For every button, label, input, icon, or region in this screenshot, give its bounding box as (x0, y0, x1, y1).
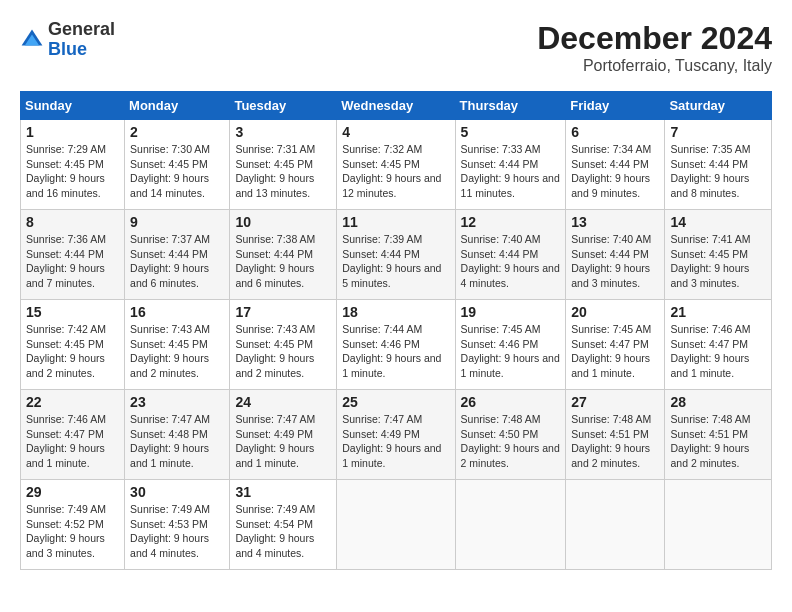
day-number: 25 (342, 394, 449, 410)
calendar-cell: 27 Sunrise: 7:48 AMSunset: 4:51 PMDaylig… (566, 390, 665, 480)
calendar-cell: 10 Sunrise: 7:38 AMSunset: 4:44 PMDaylig… (230, 210, 337, 300)
calendar-cell: 2 Sunrise: 7:30 AMSunset: 4:45 PMDayligh… (125, 120, 230, 210)
day-number: 6 (571, 124, 659, 140)
day-number: 5 (461, 124, 561, 140)
day-info: Sunrise: 7:48 AMSunset: 4:51 PMDaylight:… (670, 413, 750, 469)
day-info: Sunrise: 7:49 AMSunset: 4:54 PMDaylight:… (235, 503, 315, 559)
calendar-cell: 11 Sunrise: 7:39 AMSunset: 4:44 PMDaylig… (337, 210, 455, 300)
day-number: 31 (235, 484, 331, 500)
col-thursday: Thursday (455, 92, 566, 120)
day-info: Sunrise: 7:47 AMSunset: 4:49 PMDaylight:… (342, 413, 441, 469)
calendar-cell: 13 Sunrise: 7:40 AMSunset: 4:44 PMDaylig… (566, 210, 665, 300)
calendar-cell: 15 Sunrise: 7:42 AMSunset: 4:45 PMDaylig… (21, 300, 125, 390)
calendar-cell: 16 Sunrise: 7:43 AMSunset: 4:45 PMDaylig… (125, 300, 230, 390)
day-number: 12 (461, 214, 561, 230)
day-number: 30 (130, 484, 224, 500)
calendar-cell: 29 Sunrise: 7:49 AMSunset: 4:52 PMDaylig… (21, 480, 125, 570)
day-info: Sunrise: 7:33 AMSunset: 4:44 PMDaylight:… (461, 143, 560, 199)
day-number: 9 (130, 214, 224, 230)
day-number: 20 (571, 304, 659, 320)
day-info: Sunrise: 7:37 AMSunset: 4:44 PMDaylight:… (130, 233, 210, 289)
calendar-cell: 22 Sunrise: 7:46 AMSunset: 4:47 PMDaylig… (21, 390, 125, 480)
day-number: 1 (26, 124, 119, 140)
calendar-cell (665, 480, 772, 570)
day-info: Sunrise: 7:46 AMSunset: 4:47 PMDaylight:… (26, 413, 106, 469)
day-info: Sunrise: 7:47 AMSunset: 4:49 PMDaylight:… (235, 413, 315, 469)
calendar-cell: 14 Sunrise: 7:41 AMSunset: 4:45 PMDaylig… (665, 210, 772, 300)
day-info: Sunrise: 7:39 AMSunset: 4:44 PMDaylight:… (342, 233, 441, 289)
calendar-cell: 19 Sunrise: 7:45 AMSunset: 4:46 PMDaylig… (455, 300, 566, 390)
calendar-cell: 24 Sunrise: 7:47 AMSunset: 4:49 PMDaylig… (230, 390, 337, 480)
day-number: 23 (130, 394, 224, 410)
calendar-cell: 3 Sunrise: 7:31 AMSunset: 4:45 PMDayligh… (230, 120, 337, 210)
day-number: 14 (670, 214, 766, 230)
calendar-cell: 30 Sunrise: 7:49 AMSunset: 4:53 PMDaylig… (125, 480, 230, 570)
calendar-cell: 12 Sunrise: 7:40 AMSunset: 4:44 PMDaylig… (455, 210, 566, 300)
calendar-cell (455, 480, 566, 570)
calendar-cell: 26 Sunrise: 7:48 AMSunset: 4:50 PMDaylig… (455, 390, 566, 480)
calendar-cell: 18 Sunrise: 7:44 AMSunset: 4:46 PMDaylig… (337, 300, 455, 390)
day-info: Sunrise: 7:31 AMSunset: 4:45 PMDaylight:… (235, 143, 315, 199)
day-info: Sunrise: 7:38 AMSunset: 4:44 PMDaylight:… (235, 233, 315, 289)
day-number: 4 (342, 124, 449, 140)
day-info: Sunrise: 7:48 AMSunset: 4:50 PMDaylight:… (461, 413, 560, 469)
calendar-header-row: Sunday Monday Tuesday Wednesday Thursday… (21, 92, 772, 120)
day-info: Sunrise: 7:32 AMSunset: 4:45 PMDaylight:… (342, 143, 441, 199)
page-header: General Blue December 2024 Portoferraio,… (20, 20, 772, 75)
day-number: 27 (571, 394, 659, 410)
day-number: 26 (461, 394, 561, 410)
day-info: Sunrise: 7:48 AMSunset: 4:51 PMDaylight:… (571, 413, 651, 469)
day-number: 21 (670, 304, 766, 320)
calendar-cell: 31 Sunrise: 7:49 AMSunset: 4:54 PMDaylig… (230, 480, 337, 570)
calendar-week-row: 29 Sunrise: 7:49 AMSunset: 4:52 PMDaylig… (21, 480, 772, 570)
calendar-week-row: 15 Sunrise: 7:42 AMSunset: 4:45 PMDaylig… (21, 300, 772, 390)
day-number: 15 (26, 304, 119, 320)
day-info: Sunrise: 7:43 AMSunset: 4:45 PMDaylight:… (130, 323, 210, 379)
calendar-cell: 7 Sunrise: 7:35 AMSunset: 4:44 PMDayligh… (665, 120, 772, 210)
day-number: 16 (130, 304, 224, 320)
col-tuesday: Tuesday (230, 92, 337, 120)
day-info: Sunrise: 7:49 AMSunset: 4:53 PMDaylight:… (130, 503, 210, 559)
title-block: December 2024 Portoferraio, Tuscany, Ita… (537, 20, 772, 75)
calendar-cell: 25 Sunrise: 7:47 AMSunset: 4:49 PMDaylig… (337, 390, 455, 480)
day-info: Sunrise: 7:30 AMSunset: 4:45 PMDaylight:… (130, 143, 210, 199)
day-info: Sunrise: 7:43 AMSunset: 4:45 PMDaylight:… (235, 323, 315, 379)
day-number: 8 (26, 214, 119, 230)
day-number: 3 (235, 124, 331, 140)
logo-icon (20, 28, 44, 52)
day-number: 13 (571, 214, 659, 230)
col-sunday: Sunday (21, 92, 125, 120)
page-subtitle: Portoferraio, Tuscany, Italy (537, 57, 772, 75)
day-number: 7 (670, 124, 766, 140)
col-wednesday: Wednesday (337, 92, 455, 120)
day-info: Sunrise: 7:42 AMSunset: 4:45 PMDaylight:… (26, 323, 106, 379)
day-number: 11 (342, 214, 449, 230)
day-info: Sunrise: 7:41 AMSunset: 4:45 PMDaylight:… (670, 233, 750, 289)
day-number: 22 (26, 394, 119, 410)
day-info: Sunrise: 7:29 AMSunset: 4:45 PMDaylight:… (26, 143, 106, 199)
day-number: 17 (235, 304, 331, 320)
day-info: Sunrise: 7:47 AMSunset: 4:48 PMDaylight:… (130, 413, 210, 469)
calendar-cell (337, 480, 455, 570)
calendar-cell (566, 480, 665, 570)
day-number: 29 (26, 484, 119, 500)
day-info: Sunrise: 7:49 AMSunset: 4:52 PMDaylight:… (26, 503, 106, 559)
logo-general: General (48, 19, 115, 39)
calendar-cell: 28 Sunrise: 7:48 AMSunset: 4:51 PMDaylig… (665, 390, 772, 480)
day-info: Sunrise: 7:36 AMSunset: 4:44 PMDaylight:… (26, 233, 106, 289)
calendar-week-row: 1 Sunrise: 7:29 AMSunset: 4:45 PMDayligh… (21, 120, 772, 210)
calendar-cell: 9 Sunrise: 7:37 AMSunset: 4:44 PMDayligh… (125, 210, 230, 300)
day-info: Sunrise: 7:44 AMSunset: 4:46 PMDaylight:… (342, 323, 441, 379)
page-title: December 2024 (537, 20, 772, 57)
calendar-cell: 4 Sunrise: 7:32 AMSunset: 4:45 PMDayligh… (337, 120, 455, 210)
day-info: Sunrise: 7:35 AMSunset: 4:44 PMDaylight:… (670, 143, 750, 199)
day-info: Sunrise: 7:45 AMSunset: 4:47 PMDaylight:… (571, 323, 651, 379)
day-number: 10 (235, 214, 331, 230)
calendar-cell: 21 Sunrise: 7:46 AMSunset: 4:47 PMDaylig… (665, 300, 772, 390)
calendar-table: Sunday Monday Tuesday Wednesday Thursday… (20, 91, 772, 570)
col-monday: Monday (125, 92, 230, 120)
day-info: Sunrise: 7:46 AMSunset: 4:47 PMDaylight:… (670, 323, 750, 379)
calendar-cell: 5 Sunrise: 7:33 AMSunset: 4:44 PMDayligh… (455, 120, 566, 210)
calendar-cell: 17 Sunrise: 7:43 AMSunset: 4:45 PMDaylig… (230, 300, 337, 390)
logo: General Blue (20, 20, 115, 60)
